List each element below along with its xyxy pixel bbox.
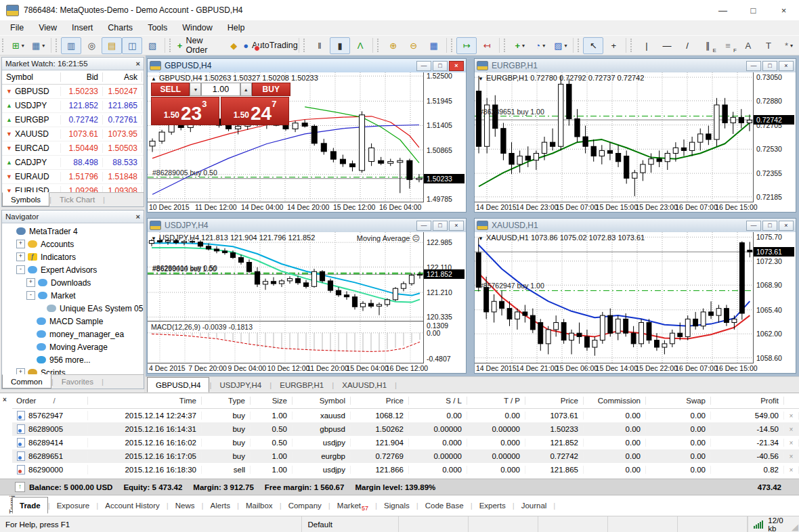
chart-restore-button[interactable]: □: [433, 221, 448, 231]
chart-restore-button[interactable]: □: [762, 221, 777, 231]
tree-item-downloads[interactable]: +Downloads: [2, 276, 144, 289]
volume-input[interactable]: 1.00: [201, 83, 240, 96]
chart-close-button[interactable]: ×: [449, 221, 464, 231]
menu-file[interactable]: File: [3, 22, 31, 34]
chart-tab-usdjpy-h4[interactable]: USDJPY,H4: [211, 377, 269, 393]
close-order-icon[interactable]: ×: [784, 412, 799, 420]
auto-scroll-button[interactable]: ↦: [456, 37, 477, 54]
crosshair-button[interactable]: +: [603, 37, 624, 54]
chart-area-gbpusd[interactable]: SELL ▼ 1.00 ▲ BUY 1.50233 1.50247 1.5250…: [148, 72, 466, 212]
toolbar-grip[interactable]: [630, 39, 634, 52]
navigator-close-icon[interactable]: ×: [136, 213, 140, 221]
text-label-button[interactable]: T: [758, 37, 779, 54]
terminal-tab-experts[interactable]: Experts: [473, 497, 513, 514]
tree-item-money-manager-ea[interactable]: money_manager_ea: [2, 328, 144, 340]
horizontal-line-button[interactable]: —: [657, 37, 677, 54]
terminal-tab-journal[interactable]: Journal: [515, 497, 554, 514]
navigator-tab-favorites[interactable]: Favorites: [53, 375, 102, 389]
terminal-tab-exposure[interactable]: Exposure: [50, 497, 97, 514]
menu-help[interactable]: Help: [220, 22, 253, 34]
order-row[interactable]: 862896512015.12.16 16:17:05buy1.00eurgbp…: [12, 449, 799, 463]
chart-line-button[interactable]: Λ: [350, 37, 370, 54]
terminal-close-icon[interactable]: ×: [3, 396, 7, 403]
buy-price-tile[interactable]: 1.50247: [221, 97, 289, 125]
market-watch-close-icon[interactable]: ×: [136, 60, 140, 68]
order-row[interactable]: 857629472015.12.14 12:24:37buy1.00xauusd…: [12, 409, 799, 422]
toggle-market-watch-button[interactable]: ▥: [61, 37, 81, 54]
arrows-caret-icon[interactable]: ▾: [790, 43, 793, 49]
new-chart-button[interactable]: ⊞▾: [8, 37, 28, 54]
terminal-col-price[interactable]: Price: [525, 397, 584, 405]
profiles-caret-icon[interactable]: ▾: [42, 43, 45, 49]
chart-window-eurgbp-titlebar[interactable]: EURGBP,H1 — □ ×: [475, 59, 796, 72]
chart-area-xauusd[interactable]: 1075.701072.301068.901065.401062.001058.…: [475, 232, 796, 373]
status-profile[interactable]: Default: [302, 516, 399, 532]
autotrading-button[interactable]: ●AutoTrading: [244, 37, 297, 54]
volume-increase-button[interactable]: ▲: [240, 83, 252, 96]
metaeditor-button[interactable]: ◆: [223, 37, 244, 54]
tree-expander-icon[interactable]: -: [26, 291, 35, 300]
tree-expander-icon[interactable]: +: [26, 278, 35, 287]
indicators-button[interactable]: +▾: [510, 37, 530, 54]
toggle-terminal-button[interactable]: ◫: [122, 37, 142, 54]
chart-minimize-button[interactable]: —: [416, 221, 431, 231]
chart-window-usdjpy[interactable]: USDJPY,H4 — □ × MACD(12,26,9) -0.0039 -0…: [147, 218, 467, 374]
market-watch-row[interactable]: ▲CADJPY88.49888.533: [2, 156, 144, 170]
market-watch-row[interactable]: ▼EURCAD1.504491.50503: [2, 141, 144, 156]
periods-caret-icon[interactable]: ▾: [542, 43, 545, 49]
indicator-separator[interactable]: [148, 321, 424, 322]
toggle-navigator-button[interactable]: ▤: [102, 37, 122, 54]
tree-item-indicators[interactable]: +ƒIndicators: [2, 250, 144, 263]
trendline-button[interactable]: /: [677, 37, 697, 54]
toolbar-grip[interactable]: [451, 39, 454, 52]
templates-caret-icon[interactable]: ▾: [564, 43, 567, 49]
expand-icon[interactable]: ▼: [478, 236, 483, 242]
chart-shift-button[interactable]: ↤: [477, 37, 497, 54]
market-watch-tab-tick-chart[interactable]: Tick Chart: [51, 193, 103, 206]
chart-window-gbpusd-titlebar[interactable]: GBPUSD,H4 — □ ×: [148, 59, 466, 72]
tree-item-expert-advisors[interactable]: -Expert Advisors: [2, 263, 144, 276]
close-order-icon[interactable]: ×: [784, 466, 799, 474]
chart-tab-gbpusd-h4[interactable]: GBPUSD,H4: [147, 377, 209, 393]
market-watch-row[interactable]: ▲USDJPY121.852121.865: [2, 99, 144, 113]
terminal-col-commission[interactable]: Commission: [584, 397, 646, 405]
mw-col-bid[interactable]: Bid: [61, 72, 103, 82]
terminal-col-time[interactable]: Time: [88, 397, 202, 405]
tree-item-macd-sample[interactable]: MACD Sample: [2, 315, 144, 328]
buy-button[interactable]: BUY: [252, 83, 290, 96]
zoom-out-button[interactable]: ⊖: [404, 37, 424, 54]
tree-expander-icon[interactable]: +: [16, 240, 25, 248]
order-row[interactable]: 862894142015.12.16 16:16:02buy0.50usdjpy…: [12, 436, 799, 449]
toggle-data-window-button[interactable]: ◎: [81, 37, 102, 54]
toolbar-grip[interactable]: [169, 39, 173, 52]
new-order-button[interactable]: +New Order: [175, 37, 223, 54]
tree-item-moving-average[interactable]: Moving Average: [2, 340, 144, 353]
menu-window[interactable]: Window: [175, 22, 219, 34]
indicators-caret-icon[interactable]: ▾: [522, 43, 525, 49]
terminal-col-order[interactable]: Order /: [12, 397, 88, 405]
toolbar-grip[interactable]: [504, 39, 507, 52]
sort-indicator[interactable]: /: [51, 397, 55, 405]
terminal-col-profit[interactable]: Profit: [711, 397, 784, 405]
terminal-tab-account-history[interactable]: Account History: [98, 497, 167, 514]
chart-window-xauusd-titlebar[interactable]: XAUUSD,H1 — □ ×: [475, 219, 796, 232]
chart-close-button[interactable]: ×: [449, 61, 464, 71]
toolbar-grip[interactable]: [303, 39, 307, 52]
terminal-tab-market[interactable]: Market57: [330, 497, 375, 514]
chart-window-xauusd[interactable]: XAUUSD,H1 — □ × 1075.701072.301068.90106…: [474, 218, 796, 374]
templates-button[interactable]: ▨▾: [550, 37, 571, 54]
chart-bars-button[interactable]: ‖: [309, 37, 330, 54]
text-button[interactable]: A: [738, 37, 758, 54]
chart-restore-button[interactable]: □: [433, 61, 448, 71]
terminal-col-price[interactable]: Price: [351, 397, 409, 405]
chart-window-usdjpy-titlebar[interactable]: USDJPY,H4 — □ ×: [148, 219, 466, 232]
terminal-tab-alerts[interactable]: Alerts: [204, 497, 237, 514]
sell-price-tile[interactable]: 1.50233: [151, 97, 219, 125]
chart-tab-eurgbp-h1[interactable]: EURGBP,H1: [272, 377, 332, 393]
chart-window-eurgbp[interactable]: EURGBP,H1 — □ × 0.730500.728800.727050.7…: [474, 58, 796, 213]
toolbar-grip[interactable]: [377, 39, 381, 52]
tree-item-accounts[interactable]: +Accounts: [2, 238, 144, 250]
tree-expander-icon[interactable]: +: [16, 252, 25, 261]
mw-col-symbol[interactable]: Symbol: [2, 72, 61, 82]
close-order-icon[interactable]: ×: [784, 453, 799, 460]
